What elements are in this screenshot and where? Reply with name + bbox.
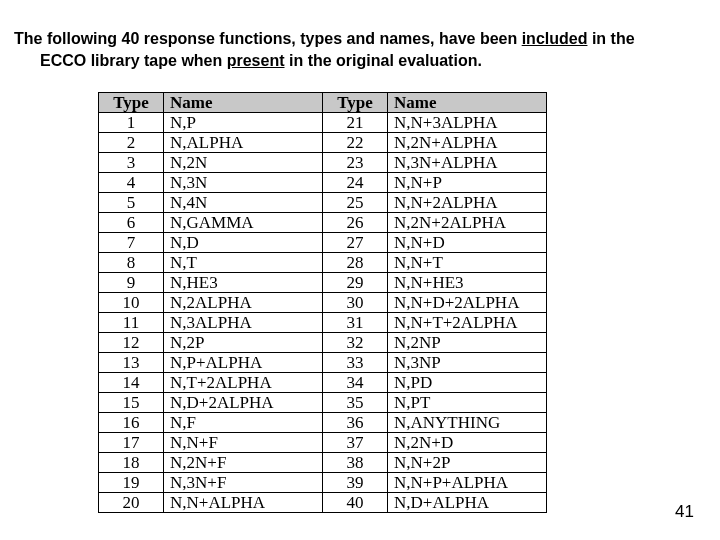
cell-name: N,3NP <box>388 353 547 373</box>
cell-name: N,PD <box>388 373 547 393</box>
cell-type: 38 <box>323 453 388 473</box>
cell-name: N,N+P <box>388 173 547 193</box>
table-row: 9N,HE329N,N+HE3 <box>99 273 547 293</box>
table-row: 11N,3ALPHA31N,N+T+2ALPHA <box>99 313 547 333</box>
cell-type: 28 <box>323 253 388 273</box>
cell-name: N,3N <box>164 173 323 193</box>
cell-type: 1 <box>99 113 164 133</box>
cell-type: 5 <box>99 193 164 213</box>
intro-line2-b: present <box>227 52 285 69</box>
cell-type: 8 <box>99 253 164 273</box>
cell-type: 34 <box>323 373 388 393</box>
cell-name: N,N+ALPHA <box>164 493 323 513</box>
cell-name: N,4N <box>164 193 323 213</box>
cell-name: N,GAMMA <box>164 213 323 233</box>
cell-name: N,2N <box>164 153 323 173</box>
cell-type: 21 <box>323 113 388 133</box>
table-row: 20N,N+ALPHA40N,D+ALPHA <box>99 493 547 513</box>
cell-name: N,D+2ALPHA <box>164 393 323 413</box>
cell-name: N,P <box>164 113 323 133</box>
cell-name: N,N+F <box>164 433 323 453</box>
table-row: 1N,P21N,N+3ALPHA <box>99 113 547 133</box>
intro-line2-c: in the original evaluation. <box>285 52 482 69</box>
cell-name: N,N+D <box>388 233 547 253</box>
cell-type: 7 <box>99 233 164 253</box>
cell-name: N,2N+D <box>388 433 547 453</box>
cell-type: 14 <box>99 373 164 393</box>
col-type-2: Type <box>323 93 388 113</box>
cell-type: 35 <box>323 393 388 413</box>
cell-type: 36 <box>323 413 388 433</box>
cell-name: N,N+2ALPHA <box>388 193 547 213</box>
cell-type: 31 <box>323 313 388 333</box>
cell-type: 24 <box>323 173 388 193</box>
cell-type: 4 <box>99 173 164 193</box>
cell-name: N,2N+F <box>164 453 323 473</box>
col-type-1: Type <box>99 93 164 113</box>
table-body: 1N,P21N,N+3ALPHA2N,ALPHA22N,2N+ALPHA3N,2… <box>99 113 547 513</box>
response-table: Type Name Type Name 1N,P21N,N+3ALPHA2N,A… <box>98 92 547 513</box>
cell-name: N,PT <box>388 393 547 413</box>
table-row: 5N,4N25N,N+2ALPHA <box>99 193 547 213</box>
cell-name: N,2N+ALPHA <box>388 133 547 153</box>
cell-name: N,N+2P <box>388 453 547 473</box>
cell-name: N,D <box>164 233 323 253</box>
cell-type: 20 <box>99 493 164 513</box>
cell-type: 25 <box>323 193 388 213</box>
table-row: 17N,N+F37N,2N+D <box>99 433 547 453</box>
cell-type: 16 <box>99 413 164 433</box>
cell-name: N,F <box>164 413 323 433</box>
cell-name: N,3ALPHA <box>164 313 323 333</box>
cell-type: 22 <box>323 133 388 153</box>
table-row: 4N,3N24N,N+P <box>99 173 547 193</box>
cell-type: 37 <box>323 433 388 453</box>
cell-type: 32 <box>323 333 388 353</box>
cell-type: 10 <box>99 293 164 313</box>
cell-type: 29 <box>323 273 388 293</box>
cell-type: 12 <box>99 333 164 353</box>
cell-type: 11 <box>99 313 164 333</box>
cell-name: N,2NP <box>388 333 547 353</box>
cell-type: 39 <box>323 473 388 493</box>
table-row: 19N,3N+F39N,N+P+ALPHA <box>99 473 547 493</box>
table-row: 14N,T+2ALPHA34N,PD <box>99 373 547 393</box>
table-header-row: Type Name Type Name <box>99 93 547 113</box>
cell-type: 18 <box>99 453 164 473</box>
col-name-1: Name <box>164 93 323 113</box>
cell-name: N,3N+ALPHA <box>388 153 547 173</box>
cell-name: N,ANYTHING <box>388 413 547 433</box>
intro-line2-a: ECCO library tape when <box>40 52 227 69</box>
cell-name: N,HE3 <box>164 273 323 293</box>
page-number: 41 <box>675 502 694 522</box>
table-row: 10N,2ALPHA30N,N+D+2ALPHA <box>99 293 547 313</box>
cell-type: 3 <box>99 153 164 173</box>
table-row: 8N,T28N,N+T <box>99 253 547 273</box>
table-row: 7N,D27N,N+D <box>99 233 547 253</box>
intro-line1-c: in the <box>587 30 634 47</box>
cell-type: 26 <box>323 213 388 233</box>
table-row: 16N,F36N,ANYTHING <box>99 413 547 433</box>
cell-type: 40 <box>323 493 388 513</box>
table-row: 13N,P+ALPHA33N,3NP <box>99 353 547 373</box>
cell-name: N,N+T <box>388 253 547 273</box>
cell-name: N,T+2ALPHA <box>164 373 323 393</box>
cell-name: N,2N+2ALPHA <box>388 213 547 233</box>
cell-name: N,2ALPHA <box>164 293 323 313</box>
cell-type: 2 <box>99 133 164 153</box>
table-row: 3N,2N23N,3N+ALPHA <box>99 153 547 173</box>
cell-type: 9 <box>99 273 164 293</box>
cell-type: 19 <box>99 473 164 493</box>
intro-line1-a: The following 40 response functions, typ… <box>14 30 522 47</box>
table-row: 2N,ALPHA22N,2N+ALPHA <box>99 133 547 153</box>
table-row: 6N,GAMMA26N,2N+2ALPHA <box>99 213 547 233</box>
cell-type: 17 <box>99 433 164 453</box>
table-row: 12N,2P32N,2NP <box>99 333 547 353</box>
intro-line1-b: included <box>522 30 588 47</box>
cell-type: 15 <box>99 393 164 413</box>
cell-type: 27 <box>323 233 388 253</box>
cell-name: N,N+3ALPHA <box>388 113 547 133</box>
cell-type: 6 <box>99 213 164 233</box>
cell-name: N,3N+F <box>164 473 323 493</box>
cell-name: N,2P <box>164 333 323 353</box>
col-name-2: Name <box>388 93 547 113</box>
